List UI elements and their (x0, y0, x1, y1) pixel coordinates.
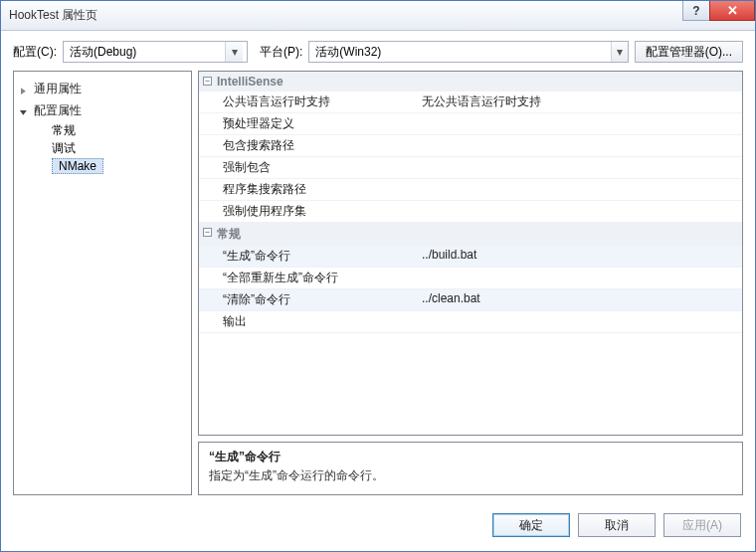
config-label: 配置(C): (13, 44, 57, 61)
nav-tree[interactable]: ▶ 通用属性 ▶ 配置属性 常规 调试 NMake (13, 71, 192, 495)
config-combo[interactable]: ▾ (63, 41, 248, 63)
description-panel: “生成”命令行 指定为“生成”命令运行的命令行。 (198, 442, 743, 495)
triangle-down-icon[interactable]: ▶ (15, 110, 33, 115)
prop-row-output[interactable]: 输出 (199, 311, 742, 333)
group-general[interactable]: − 常规 (199, 223, 742, 246)
prop-row[interactable]: 公共语言运行时支持无公共语言运行时支持 (199, 92, 742, 113)
description-title: “生成”命令行 (209, 449, 732, 465)
collapse-icon[interactable]: − (203, 77, 212, 86)
titlebar[interactable]: HookTest 属性页 ? ✕ (1, 1, 755, 31)
chevron-down-icon[interactable]: ▾ (225, 42, 243, 62)
footer-buttons: 确定 取消 应用(A) (1, 503, 755, 551)
prop-row-clean[interactable]: “清除”命令行../clean.bat (199, 289, 742, 311)
tree-item-debug[interactable]: 调试 (16, 139, 189, 157)
prop-row-build[interactable]: “生成”命令行../build.bat (199, 246, 742, 268)
help-button[interactable]: ? (682, 1, 710, 21)
prop-row[interactable]: 包含搜索路径 (199, 135, 742, 157)
apply-button[interactable]: 应用(A) (663, 513, 741, 537)
prop-row[interactable]: 程序集搜索路径 (199, 179, 742, 201)
window-title: HookTest 属性页 (9, 7, 97, 24)
platform-label: 平台(P): (260, 44, 302, 61)
config-manager-button[interactable]: 配置管理器(O)... (635, 41, 743, 63)
toolbar: 配置(C): ▾ 平台(P): ▾ 配置管理器(O)... (1, 31, 755, 71)
config-input[interactable] (64, 42, 225, 62)
description-text: 指定为“生成”命令运行的命令行。 (209, 467, 732, 484)
collapse-icon[interactable]: − (203, 228, 212, 237)
platform-combo[interactable]: ▾ (308, 41, 628, 63)
right-panel: − IntelliSense 公共语言运行时支持无公共语言运行时支持 预处理器定… (198, 71, 743, 495)
property-grid[interactable]: − IntelliSense 公共语言运行时支持无公共语言运行时支持 预处理器定… (198, 71, 743, 436)
close-icon: ✕ (727, 3, 738, 18)
chevron-down-icon[interactable]: ▾ (611, 42, 628, 62)
prop-row[interactable]: 强制使用程序集 (199, 201, 742, 223)
tree-item-config[interactable]: ▶ 配置属性 (16, 99, 189, 121)
tree-item-nmake[interactable]: NMake (16, 157, 189, 175)
prop-row-rebuild[interactable]: “全部重新生成”命令行 (199, 268, 742, 289)
help-icon: ? (692, 4, 699, 18)
close-button[interactable]: ✕ (709, 1, 755, 21)
prop-row[interactable]: 预处理器定义 (199, 113, 742, 135)
content-area: ▶ 通用属性 ▶ 配置属性 常规 调试 NMake − IntelliSense… (1, 71, 755, 503)
triangle-right-icon[interactable]: ▶ (21, 82, 26, 99)
ok-button[interactable]: 确定 (492, 513, 570, 537)
prop-row[interactable]: 强制包含 (199, 157, 742, 179)
tree-item-common[interactable]: ▶ 通用属性 (16, 78, 189, 99)
tree-item-general[interactable]: 常规 (16, 121, 189, 139)
window-controls: ? ✕ (683, 1, 755, 23)
group-intellisense[interactable]: − IntelliSense (199, 72, 742, 92)
platform-input[interactable] (309, 42, 610, 62)
cancel-button[interactable]: 取消 (578, 513, 656, 537)
